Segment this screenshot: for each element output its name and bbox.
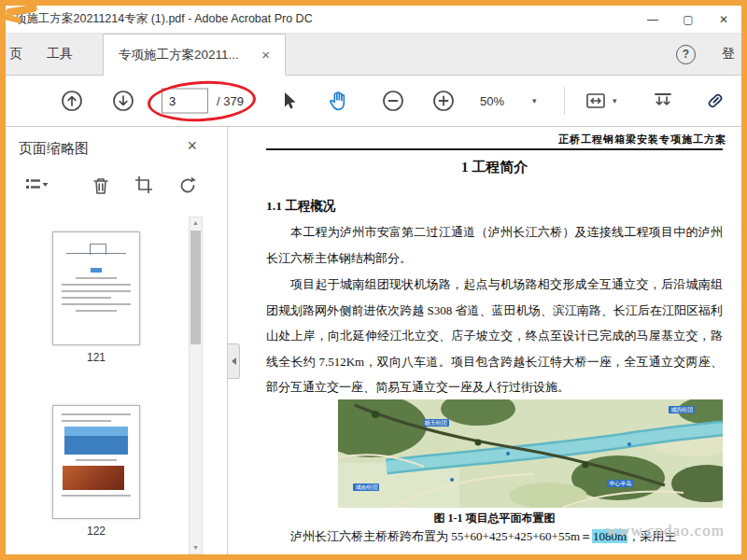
map-figure: 杨玉组团 城西组团 中心半岛 城南组团 (338, 399, 723, 508)
section-heading: 1 工程简介 (266, 159, 723, 176)
select-tool-icon[interactable] (278, 91, 299, 111)
paragraph: 项目起于城南组团现状机场路，起点与机场路相交形成全互通立交，后沿城南组团规划路网… (266, 272, 723, 400)
help-icon[interactable]: ? (676, 45, 696, 64)
map-label: 城西组团 (669, 406, 695, 413)
map-image (338, 399, 723, 508)
page-display-icon[interactable] (652, 91, 674, 111)
fit-width-icon[interactable] (585, 91, 607, 111)
zoom-level-dropdown[interactable]: 50% (480, 94, 504, 108)
panel-collapse-handle[interactable] (228, 343, 240, 379)
page-number-input[interactable] (162, 89, 208, 114)
next-page-button[interactable] (111, 89, 135, 113)
page-thumbnails-panel: 页面缩略图 × (6, 127, 228, 554)
paragraph: 本工程为泸州市安富第二过江通道（泸州长江六桥）及连接线工程项目中的泸州长江六桥主… (266, 219, 723, 272)
panel-title: 页面缩略图 (19, 140, 89, 158)
thumbnail-photo-red (63, 466, 124, 490)
thumbnail-photo-blue (64, 427, 128, 455)
toolbar: / 379 50% ▾ ▾ (6, 76, 741, 127)
highlighted-text: 1080m (592, 529, 627, 543)
page-thumbnail[interactable] (52, 405, 140, 519)
scrollbar-thumb[interactable] (190, 231, 201, 344)
panel-close-icon[interactable]: × (187, 136, 197, 156)
tabbar-right: ? 登 (676, 34, 741, 75)
tab-close-icon[interactable]: × (261, 47, 270, 63)
zoom-out-icon[interactable] (381, 89, 405, 113)
fit-caret-icon[interactable]: ▾ (613, 96, 617, 105)
paragraph: 泸州长江六桥主桥桥跨布置为 55+60+425+425+60+55m＝1080m… (266, 528, 740, 545)
close-button[interactable]: ✕ (706, 6, 741, 33)
map-label: 城南组团 (353, 483, 379, 491)
minimize-button[interactable]: — (635, 6, 670, 33)
sign-in-link[interactable]: 登 (722, 46, 736, 63)
page-running-header: 正桥工程钢箱梁安装专项施工方案 (558, 133, 726, 147)
window-controls: — ▢ ✕ (635, 6, 741, 33)
window-title: 项施工方案20211214专家 (1).pdf - Adobe Acrobat … (15, 11, 313, 27)
tab-tools[interactable]: 工具 (32, 34, 88, 75)
maximize-button[interactable]: ▢ (670, 6, 706, 33)
subsection-heading: 1.1 工程概况 (266, 198, 335, 215)
main-area: 页面缩略图 × (6, 127, 741, 554)
tab-document-label: 专项施工方案20211... (119, 47, 239, 63)
thumbnail-options-icon[interactable] (24, 175, 49, 194)
toolbar-divider (564, 87, 565, 115)
map-label: 杨玉组团 (423, 419, 449, 427)
crop-page-icon[interactable] (134, 175, 153, 194)
zoom-in-icon[interactable] (431, 89, 456, 113)
previous-page-button[interactable] (60, 89, 84, 113)
rotate-page-icon[interactable] (177, 175, 198, 196)
acrobat-window: 项施工方案20211214专家 (1).pdf - Adobe Acrobat … (6, 6, 741, 554)
tab-home[interactable]: 页 (6, 34, 32, 75)
header-rule (266, 148, 723, 150)
tab-document[interactable]: 专项施工方案20211... × (103, 34, 286, 76)
screenshot-frame: 项施工方案20211214专家 (1).pdf - Adobe Acrobat … (0, 0, 747, 560)
hand-tool-icon[interactable] (327, 90, 350, 113)
zoom-caret-icon[interactable]: ▾ (532, 96, 537, 105)
paragraph-text: ，采用主 (627, 529, 676, 543)
thumbnail-page-number: 121 (52, 351, 140, 364)
scrollbar-up-icon[interactable]: ▲ (190, 217, 202, 229)
scrollbar-down-icon[interactable]: ▼ (190, 542, 202, 553)
thumbnails-scrollbar[interactable]: ▲ ▼ (189, 217, 203, 554)
share-link-icon[interactable] (704, 90, 726, 112)
paragraph-text: 泸州长江六桥主桥桥跨布置为 55+60+425+425+60+55m＝ (290, 529, 592, 543)
document-view: 正桥工程钢箱梁安装专项施工方案 1 工程简介 1.1 工程概况 本工程为泸州市安… (228, 127, 741, 554)
title-bar: 项施工方案20211214专家 (1).pdf - Adobe Acrobat … (6, 6, 741, 34)
page-thumbnail[interactable] (52, 231, 140, 345)
thumbnail-diagram (64, 241, 128, 263)
tab-bar: 页 工具 专项施工方案20211... × ? 登 (6, 34, 741, 76)
delete-page-icon[interactable] (92, 175, 110, 196)
thumbnail-page-number: 122 (52, 525, 140, 538)
page-count-label: / 379 (217, 94, 244, 108)
map-label: 中心半岛 (607, 480, 633, 487)
figure-caption: 图 1-1 项目总平面布置图 (266, 511, 723, 526)
